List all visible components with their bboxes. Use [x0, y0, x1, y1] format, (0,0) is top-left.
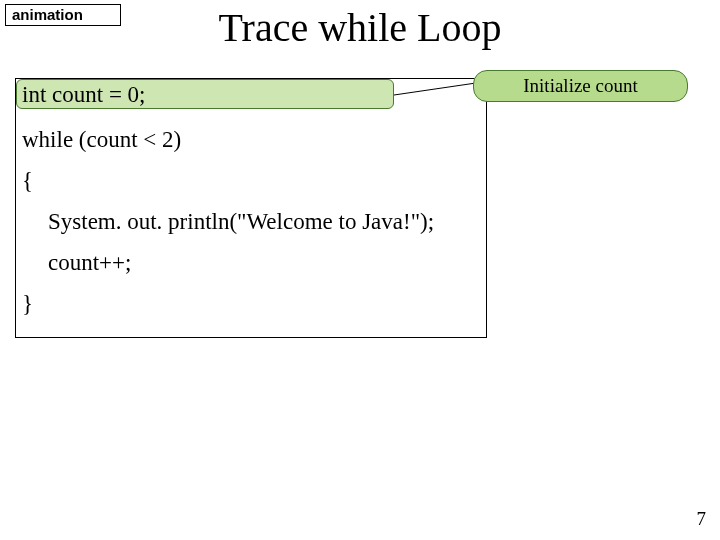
slide-title: Trace while Loop: [0, 4, 720, 51]
code-block: while (count < 2) { System. out. println…: [15, 78, 487, 338]
code-line-6: }: [22, 288, 480, 319]
callout-bubble: Initialize count: [473, 70, 688, 102]
code-line-1-spacer: [22, 83, 480, 114]
code-line-4: System. out. println("Welcome to Java!")…: [22, 206, 480, 237]
page-number: 7: [697, 508, 707, 530]
code-line-2: while (count < 2): [22, 124, 480, 155]
code-line-3: {: [22, 165, 480, 196]
code-line-5: count++;: [22, 247, 480, 278]
